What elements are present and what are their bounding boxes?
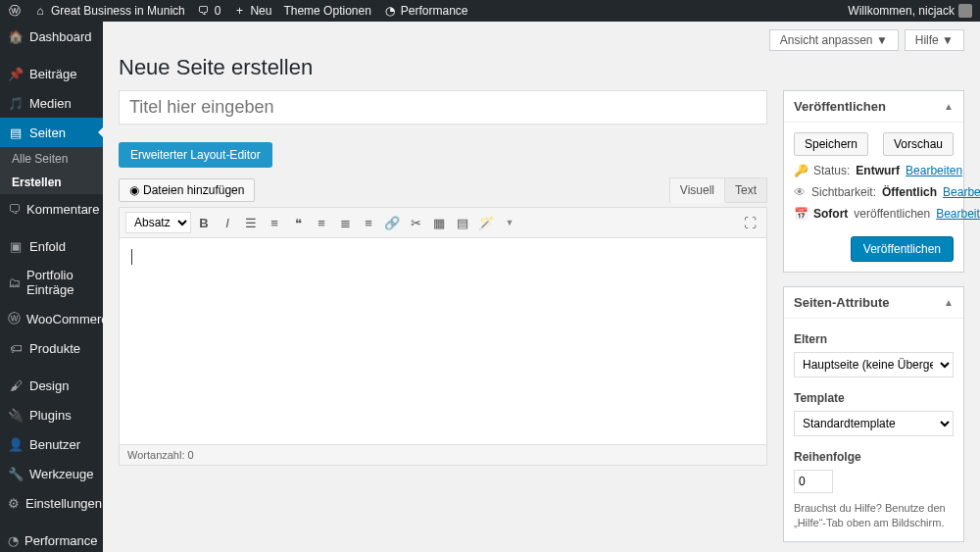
sidebar-item-plugins[interactable]: 🔌Plugins <box>0 400 103 429</box>
sidebar-item-users[interactable]: 👤Benutzer <box>0 429 103 459</box>
woo-icon: ⓦ <box>8 311 21 326</box>
tool-icon: 🔧 <box>8 466 24 481</box>
add-media-button[interactable]: ◉Dateien hinzufügen <box>119 178 255 202</box>
avatar <box>958 4 972 18</box>
parent-select[interactable]: Hauptseite (keine Übergeordnete) <box>794 352 954 377</box>
tab-visual[interactable]: Visuell <box>669 177 725 203</box>
attributes-help: Brauchst du Hilfe? Benutze den „Hilfe“-T… <box>794 501 954 531</box>
dashboard-icon: 🏠 <box>8 28 24 44</box>
submenu-create-page[interactable]: Erstellen <box>0 171 103 194</box>
chevron-up-icon: ▲ <box>944 297 954 308</box>
wordcount: Wortanzahl: 0 <box>120 444 766 465</box>
sidebar-item-settings[interactable]: ⚙Einstellungen <box>0 488 103 518</box>
align-right-button[interactable]: ≡ <box>358 212 379 233</box>
sidebar-item-products[interactable]: 🏷Produkte <box>0 333 103 363</box>
visibility-line: 👁 Sichtbarkeit: Öffentlich Bearbeiten <box>794 185 954 199</box>
editor-tabs: Visuell Text <box>669 177 767 203</box>
bullet-list-button[interactable]: ☰ <box>240 212 262 233</box>
calendar-icon: 📅 <box>794 207 808 221</box>
order-input[interactable] <box>794 470 833 493</box>
plus-icon: + <box>232 4 246 18</box>
main-content: Ansicht anpassen ▼ Hilfe ▼ Neue Seite er… <box>103 22 980 552</box>
editor-body[interactable] <box>120 238 766 444</box>
sidebar-item-comments[interactable]: 🗨Kommentare <box>0 194 103 224</box>
camera-icon: ◉ <box>129 183 139 197</box>
sidebar-item-media[interactable]: 🎵Medien <box>0 88 103 118</box>
edit-visibility-link[interactable]: Bearbeiten <box>943 185 980 199</box>
bold-button[interactable]: B <box>193 212 215 233</box>
chevron-up-icon: ▲ <box>944 101 954 112</box>
submenu-all-pages[interactable]: Alle Seiten <box>0 147 103 171</box>
help-button[interactable]: Hilfe ▼ <box>905 29 964 51</box>
table-button[interactable]: ▤ <box>452 212 473 233</box>
home-icon: ⌂ <box>33 4 47 18</box>
product-icon: 🏷 <box>8 340 24 356</box>
italic-button[interactable]: I <box>217 212 238 233</box>
user-menu[interactable]: Willkommen, nicjack <box>848 4 972 18</box>
sidebar-item-design[interactable]: 🖌Design <box>0 371 103 400</box>
tab-text[interactable]: Text <box>725 177 767 203</box>
sidebar-item-pages[interactable]: ▤Seiten <box>0 118 103 147</box>
media-icon: 🎵 <box>8 95 24 111</box>
advanced-layout-button[interactable]: Erweiterter Layout-Editor <box>119 142 272 168</box>
status-line: 🔑 Status: Entwurf Bearbeiten <box>794 164 954 177</box>
screen-options-button[interactable]: Ansicht anpassen ▼ <box>769 29 899 51</box>
site-name: Great Business in Munich <box>51 4 185 18</box>
align-left-button[interactable]: ≡ <box>311 212 332 233</box>
schedule-line: 📅 Sofort veröffentlichen Bearbeiten <box>794 207 954 221</box>
pin-icon: 📌 <box>8 66 24 81</box>
new-link[interactable]: +Neu <box>232 4 271 18</box>
title-input[interactable] <box>119 90 767 125</box>
admin-sidebar: 🏠Dashboard 📌Beiträge 🎵Medien ▤Seiten All… <box>0 22 103 552</box>
performance-link[interactable]: ◔Performance <box>383 4 468 18</box>
publish-header[interactable]: Veröffentlichen▲ <box>784 91 963 123</box>
align-center-button[interactable]: ≣ <box>334 212 356 233</box>
attributes-box: Seiten-Attribute▲ Eltern Hauptseite (kei… <box>783 286 964 542</box>
sidebar-item-dashboard[interactable]: 🏠Dashboard <box>0 22 103 51</box>
site-link[interactable]: ⌂Great Business in Munich <box>33 4 185 18</box>
sidebar-item-tools[interactable]: 🔧Werkzeuge <box>0 459 103 488</box>
publish-box: Veröffentlichen▲ Speichern Vorschau 🔑 St… <box>783 90 964 273</box>
pages-submenu: Alle Seiten Erstellen <box>0 147 103 194</box>
save-draft-button[interactable]: Speichern <box>794 132 868 156</box>
settings-icon: ⚙ <box>8 495 20 511</box>
template-select[interactable]: Standardtemplate <box>794 411 954 436</box>
preview-button[interactable]: Vorschau <box>883 132 954 156</box>
sidebar-item-portfolio[interactable]: 🗂Portfolio Einträge <box>0 261 103 304</box>
format-select[interactable]: Absatz <box>125 212 191 233</box>
publish-button[interactable]: Veröffentlichen <box>851 236 954 262</box>
theme-options-link[interactable]: Theme Optionen <box>283 4 370 18</box>
comment-icon: 🗨 <box>8 201 21 217</box>
parent-label: Eltern <box>794 332 954 346</box>
edit-status-link[interactable]: Bearbeiten <box>906 164 962 177</box>
plugin-icon: 🔌 <box>8 407 24 423</box>
blockquote-button[interactable]: ❝ <box>287 212 309 233</box>
user-icon: 👤 <box>8 436 24 452</box>
page-title: Neue Seite erstellen <box>119 55 964 80</box>
gauge-icon: ◔ <box>383 4 397 18</box>
attributes-header[interactable]: Seiten-Attribute▲ <box>784 287 963 319</box>
template-label: Template <box>794 391 954 405</box>
sidebar-item-enfold[interactable]: ▣Enfold <box>0 231 103 261</box>
link-button[interactable]: 🔗 <box>381 212 403 233</box>
order-label: Reihenfolge <box>794 450 954 464</box>
title-wrap <box>119 90 767 125</box>
unlink-button[interactable]: ✂ <box>405 212 426 233</box>
comments-link[interactable]: 🗨0 <box>197 4 221 18</box>
enfold-icon: ▣ <box>8 238 24 254</box>
editor: Absatz B I ☰ ≡ ❝ ≡ ≣ ≡ 🔗 ✂ ▦ ▤ 🪄 <box>119 207 767 466</box>
fullscreen-button[interactable]: ⛶ <box>739 212 760 233</box>
sidebar-item-posts[interactable]: 📌Beiträge <box>0 59 103 88</box>
more-button[interactable]: ▦ <box>428 212 450 233</box>
chevron-down-icon[interactable]: ▼ <box>499 212 520 233</box>
page-icon: ▤ <box>8 125 24 140</box>
sidebar-item-performance[interactable]: ◔Performance <box>0 526 103 552</box>
editor-toolbar: Absatz B I ☰ ≡ ❝ ≡ ≣ ≡ 🔗 ✂ ▦ ▤ 🪄 <box>120 208 766 238</box>
edit-schedule-link[interactable]: Bearbeiten <box>936 207 980 221</box>
perf-icon: ◔ <box>8 532 19 548</box>
comment-count: 0 <box>215 4 221 18</box>
wp-logo[interactable]: ⓦ <box>8 4 22 18</box>
numbered-list-button[interactable]: ≡ <box>264 212 285 233</box>
sidebar-item-woo[interactable]: ⓦWooCommerce <box>0 304 103 333</box>
magic-button[interactable]: 🪄 <box>475 212 497 233</box>
